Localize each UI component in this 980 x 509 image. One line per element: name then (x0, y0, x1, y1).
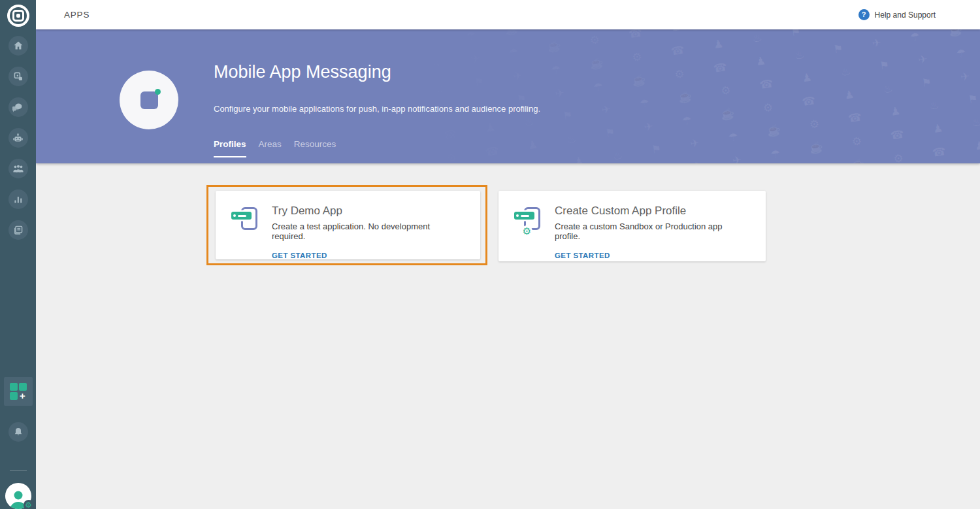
card-description: Create a test application. No developmen… (272, 222, 465, 241)
custom-phone-gear-icon: ⚙ (514, 206, 543, 235)
home-icon (13, 41, 24, 51)
apps-grid-icon: + (10, 383, 27, 400)
programs-icon (13, 71, 24, 82)
brand-logo-core (16, 14, 20, 18)
get-started-link-demo[interactable]: GET STARTED (272, 252, 327, 259)
app-square-icon (140, 91, 158, 109)
card-description: Create a custom Sandbox or Production ap… (555, 222, 750, 241)
green-status-dot (155, 89, 161, 95)
sidebar-item-content[interactable] (8, 220, 28, 240)
sidebar-item-apps[interactable]: + (4, 377, 33, 406)
sidebar-item-analytics[interactable] (8, 189, 28, 209)
tab-profiles[interactable]: Profiles (214, 139, 246, 157)
brand-logo-icon[interactable] (7, 5, 29, 27)
gear-icon: ⚙ (521, 225, 532, 237)
page-header-banner: ✈ ☂ ☕ ⚙ ☎ ♟ ♨ ⚑ ✈ ☂ ☕ ⚙ ☎ ♟ ♨ ⚑ ✈ ☂ ☕ ⚙ … (36, 29, 980, 163)
messages-icon (12, 102, 24, 113)
mobile-app-messaging-badge (120, 71, 178, 129)
create-custom-app-profile-card[interactable]: ⚙ Create Custom App Profile Create a cus… (498, 191, 766, 261)
sidebar-item-programs[interactable] (8, 67, 28, 86)
try-demo-app-card[interactable]: Try Demo App Create a test application. … (216, 191, 480, 259)
card-title: Create Custom App Profile (555, 205, 750, 218)
help-icon: ? (858, 9, 870, 20)
notifications-button[interactable] (8, 422, 28, 442)
tab-bar: Profiles Areas Resources (214, 139, 336, 157)
help-label: Help and Support (875, 10, 936, 20)
sidebar-nav (8, 36, 28, 251)
audiences-icon (12, 163, 24, 174)
topbar: APPS ? Help and Support (36, 0, 980, 29)
demo-phone-icon (231, 206, 260, 235)
demo-app-highlight-outline: Try Demo App Create a test application. … (206, 185, 487, 265)
analytics-icon (13, 194, 24, 205)
notifications-bell-icon (13, 427, 24, 437)
sidebar-item-home[interactable] (8, 36, 28, 56)
sidebar-item-messages[interactable] (8, 97, 28, 117)
get-started-link-custom[interactable]: GET STARTED (555, 252, 610, 259)
main-content: Try Demo App Create a test application. … (36, 163, 980, 509)
assistant-robot-icon (12, 133, 24, 144)
sidebar-item-audiences[interactable] (8, 159, 28, 178)
page-subtitle: Configure your mobile applications for p… (214, 104, 540, 114)
tab-resources[interactable]: Resources (294, 139, 336, 157)
content-icon (13, 225, 24, 235)
sidebar-bottom: + ⚙ (0, 377, 36, 509)
page-title: Mobile App Messaging (214, 62, 391, 82)
user-avatar[interactable]: ⚙ (5, 483, 31, 509)
help-and-support-button[interactable]: ? Help and Support (858, 9, 936, 20)
tab-areas[interactable]: Areas (259, 139, 282, 157)
breadcrumb: APPS (64, 10, 90, 20)
sidebar: + ⚙ (0, 0, 36, 509)
sidebar-item-assistant[interactable] (8, 128, 28, 148)
avatar-settings-gear-icon: ⚙ (24, 500, 34, 509)
brand-logo-ring (12, 10, 24, 22)
sidebar-divider (10, 470, 27, 471)
card-title: Try Demo App (272, 205, 465, 218)
